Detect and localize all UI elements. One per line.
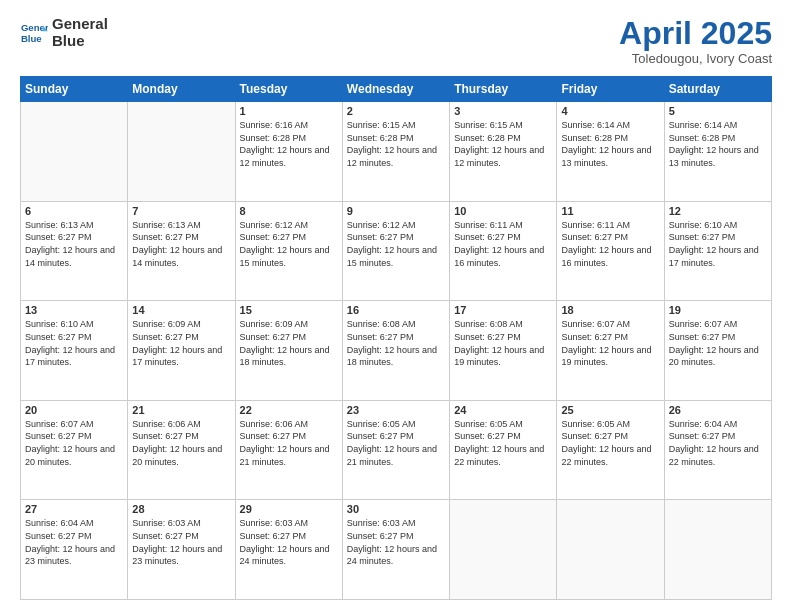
day-cell: 8Sunrise: 6:12 AM Sunset: 6:27 PM Daylig… (235, 201, 342, 301)
day-cell: 9Sunrise: 6:12 AM Sunset: 6:27 PM Daylig… (342, 201, 449, 301)
day-number: 21 (132, 404, 230, 416)
day-cell: 20Sunrise: 6:07 AM Sunset: 6:27 PM Dayli… (21, 400, 128, 500)
day-number: 27 (25, 503, 123, 515)
day-number: 6 (25, 205, 123, 217)
day-cell: 17Sunrise: 6:08 AM Sunset: 6:27 PM Dayli… (450, 301, 557, 401)
day-info: Sunrise: 6:14 AM Sunset: 6:28 PM Dayligh… (561, 119, 659, 169)
day-cell: 2Sunrise: 6:15 AM Sunset: 6:28 PM Daylig… (342, 102, 449, 202)
day-info: Sunrise: 6:08 AM Sunset: 6:27 PM Dayligh… (454, 318, 552, 368)
day-cell: 15Sunrise: 6:09 AM Sunset: 6:27 PM Dayli… (235, 301, 342, 401)
day-cell: 1Sunrise: 6:16 AM Sunset: 6:28 PM Daylig… (235, 102, 342, 202)
day-cell: 21Sunrise: 6:06 AM Sunset: 6:27 PM Dayli… (128, 400, 235, 500)
day-cell: 6Sunrise: 6:13 AM Sunset: 6:27 PM Daylig… (21, 201, 128, 301)
day-cell (128, 102, 235, 202)
day-number: 15 (240, 304, 338, 316)
day-cell: 16Sunrise: 6:08 AM Sunset: 6:27 PM Dayli… (342, 301, 449, 401)
logo-icon: General Blue (20, 19, 48, 47)
day-info: Sunrise: 6:07 AM Sunset: 6:27 PM Dayligh… (25, 418, 123, 468)
day-info: Sunrise: 6:07 AM Sunset: 6:27 PM Dayligh… (561, 318, 659, 368)
day-cell: 30Sunrise: 6:03 AM Sunset: 6:27 PM Dayli… (342, 500, 449, 600)
day-number: 8 (240, 205, 338, 217)
header: General Blue General Blue April 2025 Tol… (20, 16, 772, 66)
calendar-body: 1Sunrise: 6:16 AM Sunset: 6:28 PM Daylig… (21, 102, 772, 600)
day-cell: 5Sunrise: 6:14 AM Sunset: 6:28 PM Daylig… (664, 102, 771, 202)
day-cell: 26Sunrise: 6:04 AM Sunset: 6:27 PM Dayli… (664, 400, 771, 500)
day-info: Sunrise: 6:15 AM Sunset: 6:28 PM Dayligh… (347, 119, 445, 169)
day-cell: 22Sunrise: 6:06 AM Sunset: 6:27 PM Dayli… (235, 400, 342, 500)
day-number: 25 (561, 404, 659, 416)
day-number: 5 (669, 105, 767, 117)
day-cell: 19Sunrise: 6:07 AM Sunset: 6:27 PM Dayli… (664, 301, 771, 401)
day-info: Sunrise: 6:03 AM Sunset: 6:27 PM Dayligh… (240, 517, 338, 567)
day-number: 23 (347, 404, 445, 416)
header-row: SundayMondayTuesdayWednesdayThursdayFrid… (21, 77, 772, 102)
week-row-1: 1Sunrise: 6:16 AM Sunset: 6:28 PM Daylig… (21, 102, 772, 202)
header-cell-monday: Monday (128, 77, 235, 102)
day-info: Sunrise: 6:10 AM Sunset: 6:27 PM Dayligh… (25, 318, 123, 368)
day-info: Sunrise: 6:14 AM Sunset: 6:28 PM Dayligh… (669, 119, 767, 169)
day-cell (664, 500, 771, 600)
day-number: 22 (240, 404, 338, 416)
day-number: 14 (132, 304, 230, 316)
day-cell: 25Sunrise: 6:05 AM Sunset: 6:27 PM Dayli… (557, 400, 664, 500)
day-number: 3 (454, 105, 552, 117)
day-number: 24 (454, 404, 552, 416)
day-info: Sunrise: 6:12 AM Sunset: 6:27 PM Dayligh… (347, 219, 445, 269)
week-row-2: 6Sunrise: 6:13 AM Sunset: 6:27 PM Daylig… (21, 201, 772, 301)
day-info: Sunrise: 6:10 AM Sunset: 6:27 PM Dayligh… (669, 219, 767, 269)
day-info: Sunrise: 6:06 AM Sunset: 6:27 PM Dayligh… (132, 418, 230, 468)
day-number: 18 (561, 304, 659, 316)
day-number: 30 (347, 503, 445, 515)
logo: General Blue General Blue (20, 16, 108, 49)
day-number: 7 (132, 205, 230, 217)
logo-line2: Blue (52, 33, 108, 50)
day-cell (21, 102, 128, 202)
day-cell: 18Sunrise: 6:07 AM Sunset: 6:27 PM Dayli… (557, 301, 664, 401)
day-cell: 13Sunrise: 6:10 AM Sunset: 6:27 PM Dayli… (21, 301, 128, 401)
calendar-table: SundayMondayTuesdayWednesdayThursdayFrid… (20, 76, 772, 600)
day-info: Sunrise: 6:04 AM Sunset: 6:27 PM Dayligh… (25, 517, 123, 567)
week-row-3: 13Sunrise: 6:10 AM Sunset: 6:27 PM Dayli… (21, 301, 772, 401)
day-number: 28 (132, 503, 230, 515)
day-number: 17 (454, 304, 552, 316)
day-cell: 12Sunrise: 6:10 AM Sunset: 6:27 PM Dayli… (664, 201, 771, 301)
day-info: Sunrise: 6:09 AM Sunset: 6:27 PM Dayligh… (240, 318, 338, 368)
day-number: 9 (347, 205, 445, 217)
header-cell-friday: Friday (557, 77, 664, 102)
day-number: 11 (561, 205, 659, 217)
day-cell: 24Sunrise: 6:05 AM Sunset: 6:27 PM Dayli… (450, 400, 557, 500)
header-cell-tuesday: Tuesday (235, 77, 342, 102)
header-cell-saturday: Saturday (664, 77, 771, 102)
month-title: April 2025 (619, 16, 772, 51)
day-number: 12 (669, 205, 767, 217)
day-number: 1 (240, 105, 338, 117)
day-info: Sunrise: 6:07 AM Sunset: 6:27 PM Dayligh… (669, 318, 767, 368)
day-info: Sunrise: 6:16 AM Sunset: 6:28 PM Dayligh… (240, 119, 338, 169)
header-cell-thursday: Thursday (450, 77, 557, 102)
header-cell-wednesday: Wednesday (342, 77, 449, 102)
calendar-header: SundayMondayTuesdayWednesdayThursdayFrid… (21, 77, 772, 102)
day-info: Sunrise: 6:03 AM Sunset: 6:27 PM Dayligh… (347, 517, 445, 567)
day-cell: 27Sunrise: 6:04 AM Sunset: 6:27 PM Dayli… (21, 500, 128, 600)
day-number: 26 (669, 404, 767, 416)
day-info: Sunrise: 6:13 AM Sunset: 6:27 PM Dayligh… (25, 219, 123, 269)
day-number: 4 (561, 105, 659, 117)
title-block: April 2025 Toledougou, Ivory Coast (619, 16, 772, 66)
day-info: Sunrise: 6:11 AM Sunset: 6:27 PM Dayligh… (561, 219, 659, 269)
day-number: 2 (347, 105, 445, 117)
day-number: 10 (454, 205, 552, 217)
day-cell: 3Sunrise: 6:15 AM Sunset: 6:28 PM Daylig… (450, 102, 557, 202)
header-cell-sunday: Sunday (21, 77, 128, 102)
day-number: 20 (25, 404, 123, 416)
day-info: Sunrise: 6:09 AM Sunset: 6:27 PM Dayligh… (132, 318, 230, 368)
day-info: Sunrise: 6:04 AM Sunset: 6:27 PM Dayligh… (669, 418, 767, 468)
day-info: Sunrise: 6:12 AM Sunset: 6:27 PM Dayligh… (240, 219, 338, 269)
day-cell: 14Sunrise: 6:09 AM Sunset: 6:27 PM Dayli… (128, 301, 235, 401)
day-cell: 10Sunrise: 6:11 AM Sunset: 6:27 PM Dayli… (450, 201, 557, 301)
day-number: 19 (669, 304, 767, 316)
logo-line1: General (52, 16, 108, 33)
day-info: Sunrise: 6:06 AM Sunset: 6:27 PM Dayligh… (240, 418, 338, 468)
day-info: Sunrise: 6:15 AM Sunset: 6:28 PM Dayligh… (454, 119, 552, 169)
page: General Blue General Blue April 2025 Tol… (0, 0, 792, 612)
day-info: Sunrise: 6:05 AM Sunset: 6:27 PM Dayligh… (561, 418, 659, 468)
